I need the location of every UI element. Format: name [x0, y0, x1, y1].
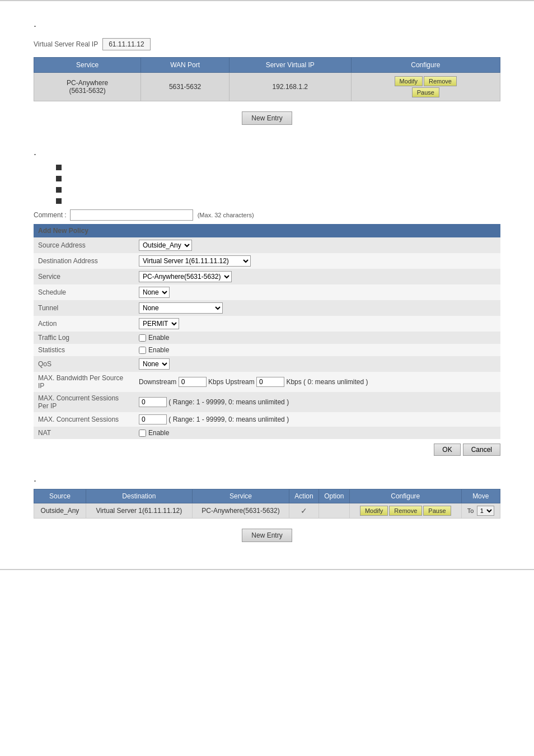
new-entry-container-2: New Entry	[34, 524, 500, 547]
statistics-enable-label: Enable	[148, 346, 169, 354]
select-action[interactable]: PERMIT DENY	[139, 318, 179, 329]
sub-bullet-3	[56, 186, 500, 193]
sub-bullet-4	[56, 197, 500, 204]
statistics-checkbox[interactable]	[139, 347, 146, 354]
new-entry-container-1: New Entry	[34, 107, 500, 129]
service-detail: (5631-5632)	[69, 87, 105, 95]
select-schedule[interactable]: None	[139, 287, 170, 298]
select-source-address[interactable]: Outside_Any	[139, 240, 192, 251]
policy-row-tunnel: Tunnel None	[34, 300, 500, 316]
list-move: To 1	[461, 503, 500, 519]
label-qos: QoS	[34, 356, 134, 372]
policy-row-statistics: Statistics Enable	[34, 344, 500, 356]
comment-input[interactable]	[70, 209, 193, 221]
policy-row-service: Service PC-Anywhere(5631-5632)	[34, 269, 500, 284]
sessions-input[interactable]	[139, 414, 167, 424]
remove-button[interactable]: Remove	[424, 76, 457, 86]
list-action: ✓	[289, 503, 319, 519]
virtual-server-table: Service WAN Port Server Virtual IP Confi…	[34, 57, 500, 101]
nat-checkbox[interactable]	[139, 430, 146, 437]
value-sessions-per-ip: ( Range: 1 - 99999, 0: means unlimited )	[134, 392, 500, 412]
virtual-server-ip-row: Virtual Server Real IP 61.11.11.12	[34, 38, 500, 50]
bullet-icon-2	[56, 176, 62, 181]
label-destination-address: Destination Address	[34, 253, 134, 269]
policy-row-bandwidth: MAX. Bandwidth Per Source IP Downstream …	[34, 372, 500, 392]
virtual-server-ip-value: 61.11.11.12	[102, 38, 150, 50]
configure-cell: Modify Remove Pause	[351, 73, 500, 101]
cancel-button[interactable]: Cancel	[463, 444, 500, 456]
sessions-per-ip-hint: ( Range: 1 - 99999, 0: means unlimited )	[168, 398, 289, 406]
server-vip-cell: 192.168.1.2	[229, 73, 351, 101]
bullet-3: .	[34, 473, 500, 484]
label-tunnel: Tunnel	[34, 300, 134, 316]
select-tunnel[interactable]: None	[139, 302, 223, 314]
value-qos: None	[134, 356, 500, 372]
new-entry-button-2[interactable]: New Entry	[242, 529, 292, 542]
list-configure: Modify Remove Pause	[349, 503, 461, 519]
policy-row-qos: QoS None	[34, 356, 500, 372]
col-configure: Configure	[351, 58, 500, 73]
list-modify-button[interactable]: Modify	[360, 506, 388, 516]
col-wan-port: WAN Port	[141, 58, 229, 73]
move-select[interactable]: 1	[477, 506, 494, 516]
service-name: PC-Anywhere	[67, 79, 108, 87]
value-action: PERMIT DENY	[134, 316, 500, 332]
select-qos[interactable]: None	[139, 358, 170, 370]
select-service[interactable]: PC-Anywhere(5631-5632)	[139, 271, 232, 282]
ok-button[interactable]: OK	[434, 444, 460, 456]
col-configure-hdr: Configure	[349, 489, 461, 503]
value-service: PC-Anywhere(5631-5632)	[134, 269, 500, 284]
label-action: Action	[34, 316, 134, 332]
value-sessions: ( Range: 1 - 99999, 0: means unlimited )	[134, 412, 500, 427]
downstream-input[interactable]	[179, 377, 207, 387]
col-destination: Destination	[86, 489, 192, 503]
list-remove-button[interactable]: Remove	[389, 506, 422, 516]
upstream-label: Kbps Upstream	[208, 378, 255, 386]
comment-label: Comment :	[34, 211, 67, 219]
label-nat: NAT	[34, 427, 134, 439]
section-policy-form: . Comment : (Max. 32 characters)	[0, 141, 534, 467]
col-service: Service	[34, 58, 141, 73]
nat-checkbox-row: Enable	[139, 429, 496, 437]
col-server-vip: Server Virtual IP	[229, 58, 351, 73]
policy-row-schedule: Schedule None	[34, 284, 500, 300]
wan-port-cell: 5631-5632	[141, 73, 229, 101]
virtual-server-ip-label: Virtual Server Real IP	[34, 40, 98, 48]
value-schedule: None	[134, 284, 500, 300]
label-source-address: Source Address	[34, 237, 134, 253]
policy-row-sessions: MAX. Concurrent Sessions ( Range: 1 - 99…	[34, 412, 500, 427]
table-row: PC-Anywhere (5631-5632) 5631-5632 192.16…	[34, 73, 500, 101]
bullet-1: .	[34, 18, 500, 30]
value-source-address: Outside_Any	[134, 237, 500, 253]
policy-table-header: Add New Policy	[34, 224, 500, 237]
sessions-per-ip-input[interactable]	[139, 397, 167, 407]
top-divider	[0, 0, 534, 1]
label-bandwidth: MAX. Bandwidth Per Source IP	[34, 372, 134, 392]
modify-button[interactable]: Modify	[395, 76, 423, 86]
policy-table: Add New Policy Source Address Outside_An…	[34, 224, 500, 439]
label-sessions-per-ip: MAX. Concurrent Sessions Per IP	[34, 392, 134, 412]
upstream-input[interactable]	[256, 377, 284, 387]
traffic-log-checkbox[interactable]	[139, 334, 146, 342]
downstream-label: Downstream	[139, 378, 176, 386]
sub-bullet-1	[56, 164, 500, 170]
col-service-hdr: Service	[192, 489, 289, 503]
sub-bullet-2	[56, 175, 500, 181]
label-service: Service	[34, 269, 134, 284]
col-option-hdr: Option	[318, 489, 349, 503]
col-source: Source	[34, 489, 86, 503]
comment-hint: (Max. 32 characters)	[198, 212, 254, 218]
list-pause-button[interactable]: Pause	[423, 506, 451, 516]
pause-button[interactable]: Pause	[412, 87, 439, 97]
new-entry-button-1[interactable]: New Entry	[242, 111, 292, 125]
policy-list-row: Outside_Any Virtual Server 1(61.11.11.12…	[34, 503, 500, 519]
col-move-hdr: Move	[461, 489, 500, 503]
bandwidth-hint: Kbps ( 0: means unlimited )	[286, 378, 368, 386]
to-label: To	[467, 507, 474, 514]
sessions-hint: ( Range: 1 - 99999, 0: means unlimited )	[168, 416, 289, 423]
list-service: PC-Anywhere(5631-5632)	[192, 503, 289, 519]
select-destination-address[interactable]: Virtual Server 1(61.11.11.12)	[139, 255, 251, 267]
action-buttons: OK Cancel	[34, 444, 500, 456]
value-statistics: Enable	[134, 344, 500, 356]
service-cell: PC-Anywhere (5631-5632)	[34, 73, 141, 101]
